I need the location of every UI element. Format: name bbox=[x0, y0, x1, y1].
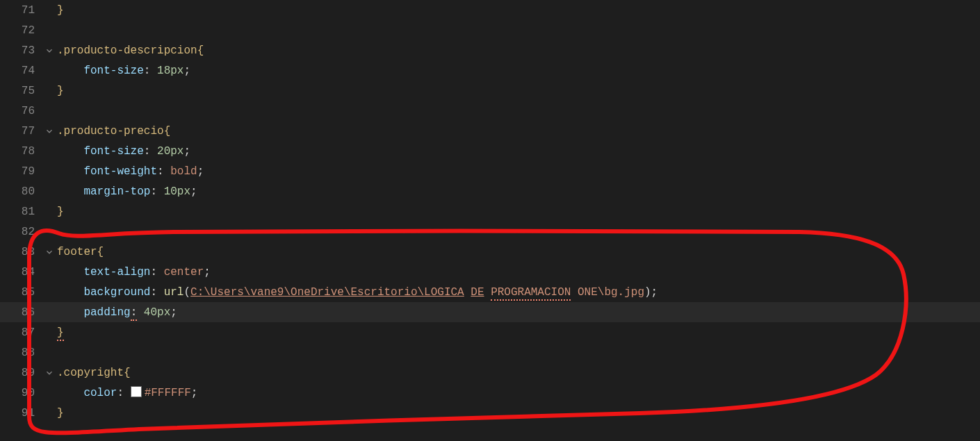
code-content[interactable]: font-weight: bold; bbox=[57, 165, 980, 178]
code-line[interactable]: 76 bbox=[0, 101, 980, 121]
token-semi: ; bbox=[183, 145, 190, 158]
token-val: #FFFFFF bbox=[145, 387, 191, 399]
token-prop: font-weight bbox=[83, 165, 157, 178]
code-line[interactable]: 86 padding: 40px; bbox=[0, 302, 980, 322]
token-brace: } bbox=[57, 407, 64, 419]
code-line[interactable]: 71} bbox=[0, 0, 980, 20]
token-selector: .producto-descripcion bbox=[57, 44, 197, 57]
token-semi: ; bbox=[183, 65, 190, 77]
code-line[interactable]: 84 text-align: center; bbox=[0, 262, 980, 282]
code-content[interactable]: .copyright{ bbox=[57, 367, 980, 379]
code-content[interactable]: margin-top: 10px; bbox=[57, 185, 980, 198]
code-content[interactable]: .producto-precio{ bbox=[57, 125, 980, 138]
token-space bbox=[484, 286, 491, 299]
token-space bbox=[464, 286, 471, 299]
code-line[interactable]: 73.producto-descripcion{ bbox=[0, 40, 980, 60]
line-number: 78 bbox=[0, 145, 42, 158]
line-number: 73 bbox=[0, 44, 42, 57]
code-line[interactable]: 83footer{ bbox=[0, 242, 980, 262]
code-content[interactable]: font-size: 18px; bbox=[57, 65, 980, 77]
line-number: 81 bbox=[0, 206, 42, 218]
chevron-down-icon bbox=[44, 247, 54, 257]
code-content[interactable]: text-align: center; bbox=[57, 266, 980, 278]
code-content[interactable]: } bbox=[57, 4, 980, 17]
line-number: 86 bbox=[0, 306, 42, 319]
code-line[interactable]: 81} bbox=[0, 201, 980, 222]
code-content[interactable]: font-size: 20px; bbox=[57, 145, 980, 158]
token-colon: : bbox=[131, 306, 138, 321]
code-content[interactable]: footer{ bbox=[57, 246, 980, 258]
token-colon: : bbox=[150, 185, 163, 198]
token-num: 40px bbox=[144, 306, 170, 319]
line-number: 87 bbox=[0, 326, 42, 339]
code-line[interactable]: 91} bbox=[0, 403, 980, 423]
code-line[interactable]: 80 margin-top: 10px; bbox=[0, 181, 980, 201]
token-colon: : bbox=[157, 165, 170, 178]
code-content[interactable]: background: url(C:\Users\vane9\OneDrive\… bbox=[57, 286, 980, 299]
code-line[interactable]: 87} bbox=[0, 322, 980, 342]
token-brace: } bbox=[57, 4, 64, 17]
token-semi: ; bbox=[170, 306, 177, 319]
token-func: url bbox=[164, 286, 184, 299]
token-selector: .producto-precio bbox=[57, 125, 164, 138]
code-line[interactable]: 88 bbox=[0, 342, 980, 363]
code-line[interactable]: 79 font-weight: bold; bbox=[0, 161, 980, 181]
fold-gutter[interactable] bbox=[42, 368, 57, 378]
token-brace: { bbox=[197, 44, 204, 57]
token-selector: footer bbox=[57, 246, 97, 258]
code-content[interactable]: color: #FFFFFF; bbox=[57, 386, 980, 399]
token-colon: : bbox=[117, 387, 130, 399]
code-content[interactable]: } bbox=[57, 326, 980, 339]
token-url-nolink: PROGRAMACION bbox=[491, 286, 571, 301]
token-prop: text-align bbox=[83, 266, 150, 278]
code-content[interactable]: padding: 40px; bbox=[57, 306, 980, 319]
token-selector: .copyright bbox=[57, 367, 124, 379]
code-line[interactable]: 89.copyright{ bbox=[0, 363, 980, 383]
fold-gutter[interactable] bbox=[42, 247, 57, 257]
token-num: 18px bbox=[157, 65, 183, 77]
token-val: bold bbox=[170, 165, 197, 178]
fold-gutter[interactable] bbox=[42, 126, 57, 136]
code-line[interactable]: 75} bbox=[0, 81, 980, 101]
code-line[interactable]: 85 background: url(C:\Users\vane9\OneDri… bbox=[0, 282, 980, 302]
code-line[interactable]: 72 bbox=[0, 20, 980, 40]
line-number: 83 bbox=[0, 246, 42, 258]
line-number: 90 bbox=[0, 387, 42, 399]
code-line[interactable]: 77.producto-precio{ bbox=[0, 121, 980, 141]
line-number: 82 bbox=[0, 226, 42, 238]
code-content[interactable]: } bbox=[57, 407, 980, 419]
fold-gutter[interactable] bbox=[42, 46, 57, 56]
line-number: 76 bbox=[0, 105, 42, 117]
code-line[interactable]: 78 font-size: 20px; bbox=[0, 141, 980, 161]
token-url: DE bbox=[471, 286, 484, 299]
token-prop: color bbox=[83, 387, 117, 399]
token-brace: } bbox=[57, 85, 64, 97]
token-prop: margin-top bbox=[83, 185, 150, 198]
token-semi: ; bbox=[190, 185, 197, 198]
code-line[interactable]: 74 font-size: 18px; bbox=[0, 60, 980, 81]
token-semi: ; bbox=[204, 266, 211, 278]
code-editor[interactable]: 71}7273.producto-descripcion{74 font-siz… bbox=[0, 0, 980, 441]
code-line[interactable]: 82 bbox=[0, 222, 980, 242]
token-paren: ) bbox=[644, 286, 651, 299]
line-number: 91 bbox=[0, 407, 42, 419]
code-line[interactable]: 90 color: #FFFFFF; bbox=[0, 383, 980, 403]
code-content[interactable]: .producto-descripcion{ bbox=[57, 44, 980, 57]
token-paren: ( bbox=[183, 286, 190, 299]
token-brace: { bbox=[124, 367, 131, 379]
line-number: 77 bbox=[0, 125, 42, 138]
token-colon: : bbox=[150, 286, 163, 299]
code-content[interactable]: } bbox=[57, 206, 980, 218]
color-swatch bbox=[131, 386, 142, 397]
line-number: 79 bbox=[0, 165, 42, 178]
line-number: 74 bbox=[0, 65, 42, 77]
token-brace: } bbox=[57, 206, 64, 218]
token-space bbox=[571, 286, 578, 299]
token-brace: { bbox=[164, 125, 171, 138]
line-number: 85 bbox=[0, 286, 42, 299]
line-number: 72 bbox=[0, 24, 42, 37]
chevron-down-icon bbox=[44, 46, 54, 56]
token-brace: { bbox=[97, 246, 104, 258]
code-content[interactable]: } bbox=[57, 85, 980, 97]
token-semi: ; bbox=[651, 286, 658, 299]
